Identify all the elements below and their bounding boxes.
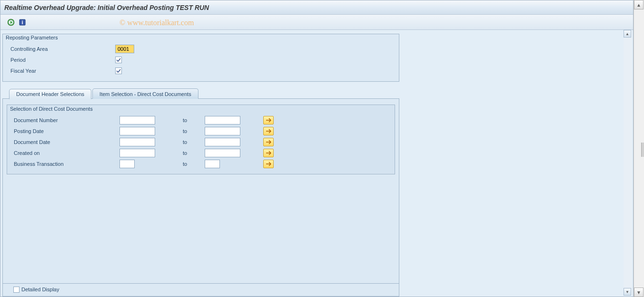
tab-item-selection[interactable]: Item Selection - Direct Cost Documents: [92, 88, 198, 99]
tab-document-header[interactable]: Document Header Selections: [9, 89, 91, 99]
document-number-label: Document Number: [14, 117, 119, 123]
business-transaction-to[interactable]: [205, 160, 220, 168]
row-created-on: Created on to: [11, 147, 391, 158]
fiscal-year-label: Fiscal Year: [10, 68, 115, 74]
row-document-number: Document Number to: [11, 115, 391, 125]
document-date-from[interactable]: [119, 138, 155, 146]
detailed-display-checkbox[interactable]: [13, 287, 20, 293]
period-label: Period: [10, 57, 115, 63]
reposting-parameters-group: Reposting Parameters Controlling Area Pe…: [2, 34, 399, 82]
info-button[interactable]: i: [18, 18, 27, 27]
row-posting-date: Posting Date to: [11, 125, 391, 136]
content-area: Reposting Parameters Controlling Area Pe…: [0, 30, 633, 297]
row-document-date: Document Date to: [11, 136, 391, 147]
controlling-area-label: Controlling Area: [10, 46, 115, 52]
scroll-down-icon[interactable]: ▼: [634, 287, 644, 297]
business-transaction-multi-button[interactable]: [263, 160, 274, 168]
fiscal-year-required-indicator[interactable]: [115, 67, 122, 74]
document-number-from[interactable]: [119, 116, 155, 125]
page-title: Realtime Overhead Upgrade: Initial Overh…: [4, 4, 209, 11]
posting-date-to[interactable]: [205, 127, 240, 135]
row-business-transaction: Business Transaction to: [11, 158, 391, 169]
to-label: to: [183, 150, 192, 156]
outer-scrollbar[interactable]: ▲ ▼: [634, 0, 644, 297]
selection-group-title: Selection of Direct Cost Documents: [10, 106, 93, 112]
execute-button[interactable]: [6, 18, 16, 27]
inner-scrollbar[interactable]: ▲ ▼: [624, 30, 632, 296]
reposting-group-title: Reposting Parameters: [3, 34, 60, 41]
detailed-display-label: Detailed Display: [21, 287, 59, 292]
scroll-up-icon[interactable]: ▲: [634, 0, 644, 10]
scroll-down-icon[interactable]: ▼: [624, 288, 631, 296]
document-date-multi-button[interactable]: [263, 138, 274, 146]
period-required-indicator[interactable]: [115, 57, 122, 63]
business-transaction-from[interactable]: [119, 160, 135, 168]
svg-text:i: i: [21, 19, 23, 25]
to-label: to: [183, 139, 192, 145]
document-date-label: Document Date: [14, 139, 119, 145]
scroll-up-icon[interactable]: ▲: [624, 30, 631, 38]
to-label: to: [183, 161, 192, 167]
field-row-period: Period: [7, 55, 395, 65]
business-transaction-label: Business Transaction: [14, 161, 119, 167]
document-number-multi-button[interactable]: [263, 116, 274, 125]
created-on-label: Created on: [14, 150, 119, 156]
detailed-display-row: Detailed Display: [7, 285, 395, 294]
posting-date-from[interactable]: [119, 127, 155, 135]
field-row-fiscal-year: Fiscal Year: [7, 66, 395, 76]
field-row-controlling-area: Controlling Area: [7, 44, 395, 54]
selection-group: Selection of Direct Cost Documents Docum…: [7, 105, 395, 174]
created-on-to[interactable]: [205, 149, 240, 157]
drag-handle-icon[interactable]: [641, 143, 644, 157]
tab-panel: Selection of Direct Cost Documents Docum…: [2, 98, 399, 284]
document-date-to[interactable]: [205, 138, 240, 146]
controlling-area-input[interactable]: [115, 45, 134, 53]
posting-date-label: Posting Date: [14, 128, 119, 134]
created-on-multi-button[interactable]: [263, 149, 274, 157]
to-label: to: [183, 128, 192, 134]
to-label: to: [183, 117, 192, 123]
title-bar: Realtime Overhead Upgrade: Initial Overh…: [0, 0, 633, 15]
document-number-to[interactable]: [205, 116, 240, 125]
posting-date-multi-button[interactable]: [263, 127, 274, 135]
toolbar: i: [0, 15, 633, 30]
created-on-from[interactable]: [119, 149, 155, 157]
app-container: Realtime Overhead Upgrade: Initial Overh…: [0, 0, 634, 297]
tab-strip: Document Header Selections Item Selectio…: [9, 87, 631, 99]
